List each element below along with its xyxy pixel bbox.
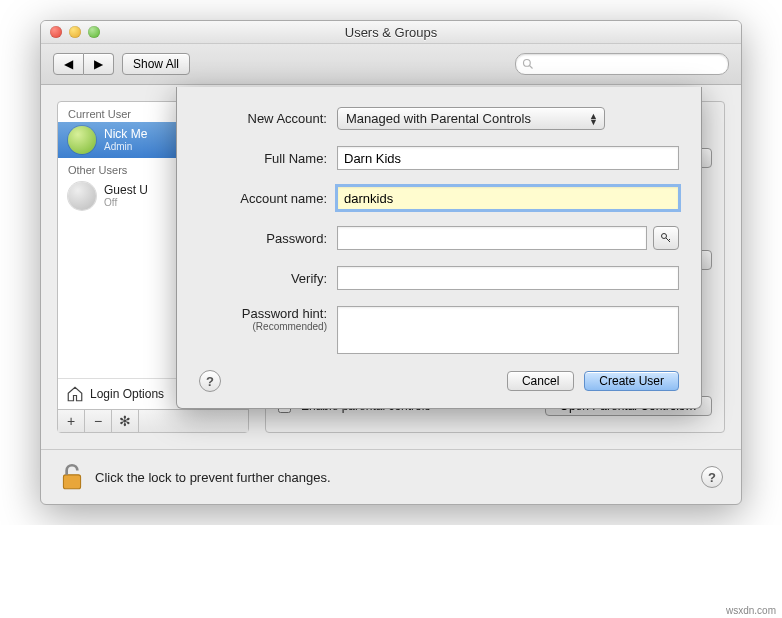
sheet-help-button[interactable]: ? [199,370,221,392]
label-verify: Verify: [199,271,337,286]
help-button[interactable]: ? [701,466,723,488]
window-footer: Click the lock to prevent further change… [41,449,741,504]
toolbar: ◀ ▶ Show All [41,44,741,85]
preferences-window: Users & Groups ◀ ▶ Show All Current User… [40,20,742,505]
row-account-name: Account name: [199,186,679,210]
account-name-input[interactable] [337,186,679,210]
cancel-button[interactable]: Cancel [507,371,574,391]
search-field[interactable] [515,53,729,75]
search-input[interactable] [538,56,722,72]
add-user-button[interactable]: + [58,410,85,432]
label-password: Password: [199,231,337,246]
remove-user-button[interactable]: − [85,410,112,432]
label-new-account: New Account: [199,111,337,126]
home-icon [66,385,84,403]
show-all-button[interactable]: Show All [122,53,190,75]
avatar-icon [68,126,96,154]
user-name: Guest U [104,184,148,197]
svg-point-0 [524,60,531,67]
row-hint: Password hint: (Recommended) [199,306,679,354]
password-input[interactable] [337,226,647,250]
login-options-label: Login Options [90,387,164,401]
chevron-updown-icon: ▲▼ [589,113,598,125]
lock-hint-text: Click the lock to prevent further change… [95,470,331,485]
full-name-input[interactable] [337,146,679,170]
forward-button[interactable]: ▶ [84,53,114,75]
account-type-value: Managed with Parental Controls [346,111,531,126]
create-user-button[interactable]: Create User [584,371,679,391]
row-password: Password: [199,226,679,250]
user-name: Nick Me [104,128,147,141]
lock-icon[interactable] [59,462,85,492]
svg-point-3 [662,234,667,239]
hint-input[interactable] [337,306,679,354]
row-new-account: New Account: Managed with Parental Contr… [199,107,679,130]
titlebar: Users & Groups [41,21,741,44]
account-type-popup[interactable]: Managed with Parental Controls ▲▼ [337,107,605,130]
new-account-sheet: New Account: Managed with Parental Contr… [176,87,702,409]
row-full-name: Full Name: [199,146,679,170]
search-icon [522,58,534,70]
sidebar-footer: + − ✻ [58,409,248,432]
user-role: Admin [104,141,147,152]
verify-input[interactable] [337,266,679,290]
label-hint: Password hint: (Recommended) [199,306,337,332]
svg-rect-2 [63,475,80,489]
label-hint-text: Password hint: [242,306,327,321]
label-hint-sub: (Recommended) [199,321,327,332]
row-verify: Verify: [199,266,679,290]
label-full-name: Full Name: [199,151,337,166]
user-status: Off [104,197,148,208]
svg-line-1 [530,66,533,69]
sheet-footer: ? Cancel Create User [199,370,679,392]
window-title: Users & Groups [41,25,741,40]
nav-seg: ◀ ▶ [53,53,114,75]
key-icon [660,231,672,245]
back-button[interactable]: ◀ [53,53,84,75]
label-account-name: Account name: [199,191,337,206]
password-assistant-button[interactable] [653,226,679,250]
action-menu-button[interactable]: ✻ [112,410,139,432]
avatar-icon [68,182,96,210]
